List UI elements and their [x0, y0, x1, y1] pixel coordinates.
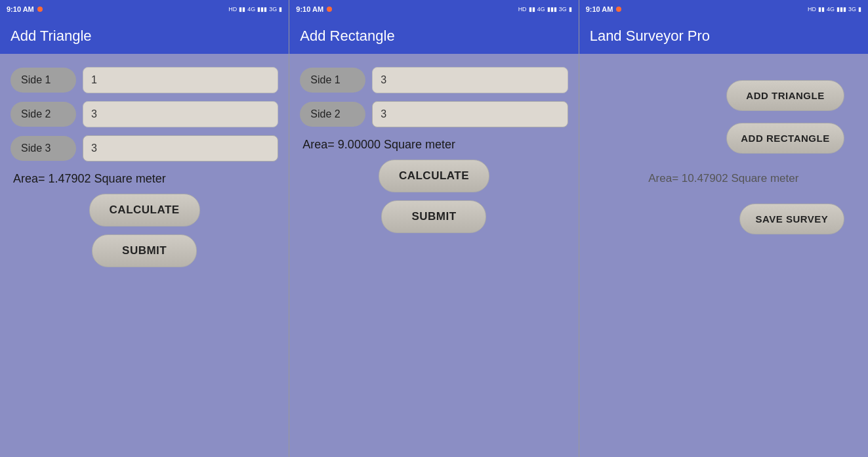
phone-screen-rectangle: 9:10 AM HD ▮▮ 4G ▮▮▮ 3G ▮ Add Rectangle …	[289, 0, 578, 457]
status-time-3: 9:10 AM	[586, 5, 613, 13]
label-side3: Side 3	[10, 136, 76, 161]
battery-icon: ▮	[279, 6, 282, 12]
add-rectangle-button[interactable]: ADD RECTANGLE	[726, 123, 844, 154]
add-triangle-button[interactable]: ADD TRIANGLE	[726, 80, 844, 111]
hd-icon-3: HD	[808, 6, 816, 12]
area-result-rectangle: Area= 9.00000 Square meter	[300, 138, 568, 152]
status-icons-2: HD ▮▮ 4G ▮▮▮ 3G ▮	[518, 6, 572, 12]
phone-screen-triangle: 9:10 AM HD ▮▮ 4G ▮▮▮ 3G ▮ Add Triangle S…	[0, 0, 289, 457]
status-icons-1: HD ▮▮ 4G ▮▮▮ 3G ▮	[228, 6, 282, 12]
label-side2: Side 2	[10, 102, 76, 127]
app-header-2: Add Rectangle	[289, 18, 578, 54]
signal-icon: ▮▮	[239, 6, 245, 12]
status-bar-1: 9:10 AM HD ▮▮ 4G ▮▮▮ 3G ▮	[0, 0, 289, 18]
hd-icon: HD	[228, 6, 237, 12]
phone-screen-surveyor: 9:10 AM HD ▮▮ 4G ▮▮▮ 3G ▮ Land Surveyor …	[579, 0, 868, 457]
field-row-side1: Side 1	[10, 67, 278, 93]
status-dot-3	[616, 7, 621, 12]
network-3g-icon-2: 3G	[559, 6, 567, 12]
app-body-surveyor: ADD TRIANGLE ADD RECTANGLE Area= 10.4790…	[579, 54, 868, 457]
network-3g-icon: 3G	[269, 6, 277, 12]
input-rect-side1[interactable]	[372, 67, 568, 93]
field-row-rect-side2: Side 2	[300, 101, 568, 127]
app-header-1: Add Triangle	[0, 18, 289, 54]
area-result-total: Area= 10.47902 Square meter	[590, 165, 858, 192]
status-dot-1	[37, 7, 43, 12]
submit-button-triangle[interactable]: SUBMIT	[92, 234, 197, 267]
label-side1: Side 1	[10, 68, 76, 93]
input-side3[interactable]	[83, 135, 278, 162]
input-side2[interactable]	[83, 101, 278, 127]
label-rect-side1: Side 1	[300, 68, 365, 93]
network-4g-icon: 4G	[247, 6, 255, 12]
status-bar-2: 9:10 AM HD ▮▮ 4G ▮▮▮ 3G ▮	[289, 0, 578, 18]
signal-icon-3: ▮▮	[818, 6, 825, 12]
app-body-rectangle: Side 1 Side 2 Area= 9.00000 Square meter…	[289, 54, 578, 457]
status-dot-2	[327, 7, 332, 12]
status-bar-3: 9:10 AM HD ▮▮ 4G ▮▮▮ 3G ▮	[579, 0, 868, 18]
app-title-3: Land Surveyor Pro	[590, 28, 858, 45]
battery-icon-3: ▮	[858, 6, 861, 12]
signal-bars-icon-2: ▮▮▮	[547, 6, 557, 12]
network-4g-icon-2: 4G	[537, 6, 545, 12]
field-row-side3: Side 3	[10, 135, 278, 162]
signal-icon-2: ▮▮	[529, 6, 535, 12]
submit-button-rectangle[interactable]: SUBMIT	[381, 200, 486, 233]
hd-icon-2: HD	[518, 6, 527, 12]
battery-icon-2: ▮	[569, 6, 572, 12]
network-3g-icon-3: 3G	[848, 6, 856, 12]
signal-bars-icon: ▮▮▮	[257, 6, 267, 12]
app-title-2: Add Rectangle	[300, 28, 568, 45]
input-rect-side2[interactable]	[372, 101, 568, 127]
status-time-1: 9:10 AM	[7, 5, 34, 13]
status-icons-3: HD ▮▮ 4G ▮▮▮ 3G ▮	[808, 6, 861, 12]
calculate-button-triangle[interactable]: CALCULATE	[89, 194, 200, 227]
status-time-2: 9:10 AM	[296, 5, 323, 13]
area-result-triangle: Area= 1.47902 Square meter	[10, 172, 278, 186]
app-title-1: Add Triangle	[10, 28, 278, 45]
field-row-side2: Side 2	[10, 101, 278, 127]
app-header-3: Land Surveyor Pro	[579, 18, 868, 54]
label-rect-side2: Side 2	[300, 102, 365, 127]
field-row-rect-side1: Side 1	[300, 67, 568, 93]
save-survey-button[interactable]: SAVE SURVEY	[739, 204, 844, 234]
signal-bars-icon-3: ▮▮▮	[837, 6, 846, 12]
calculate-button-rectangle[interactable]: CALCULATE	[379, 160, 489, 192]
input-side1[interactable]	[83, 67, 278, 93]
network-4g-icon-3: 4G	[827, 6, 835, 12]
app-body-triangle: Side 1 Side 2 Side 3 Area= 1.47902 Squar…	[0, 54, 289, 457]
